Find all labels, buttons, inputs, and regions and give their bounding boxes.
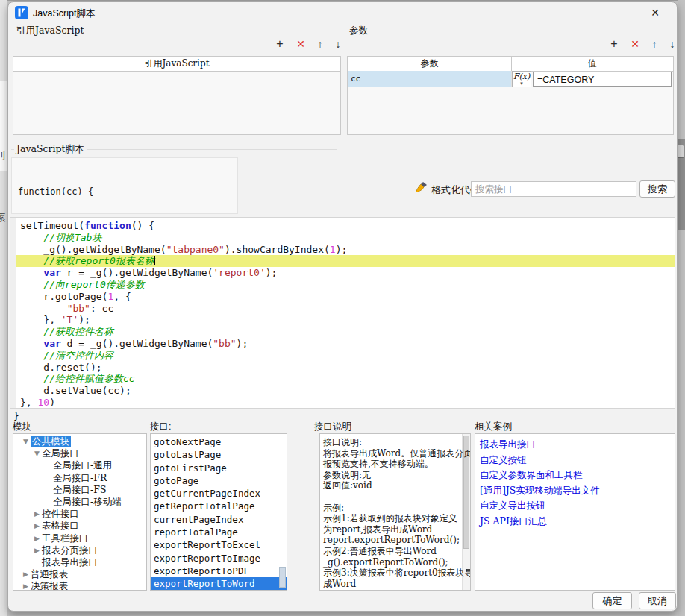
doc-line	[323, 491, 471, 503]
params-delete-icon[interactable]: ✕	[626, 37, 644, 51]
case-link[interactable]: [通用]JS实现移动端导出文件	[480, 483, 675, 499]
params-table: 参数值 cc F(x) ▼ =CATEGORY	[347, 56, 674, 135]
tree-item[interactable]: ▶工具栏接口	[13, 532, 146, 544]
case-link[interactable]: 自定义参数界面和工具栏	[480, 468, 675, 483]
api-list-scrollbar-thumb[interactable]	[279, 567, 286, 588]
api-item[interactable]: gotoLastPage	[151, 448, 287, 461]
doc-line: 参数说明:无	[323, 470, 471, 481]
expander-closed-icon[interactable]: ▶	[32, 508, 42, 520]
tree-item[interactable]: 全局接口-移动端	[13, 496, 146, 508]
api-item[interactable]: reportTotalPage	[151, 526, 287, 538]
doc-line: 报预览支持,不支持移动端。	[323, 459, 471, 470]
format-brush-icon	[414, 180, 428, 195]
apis-label: 接口:	[150, 421, 171, 433]
expander-open-icon[interactable]: ▼	[21, 436, 31, 447]
api-item[interactable]: exportReportToPDF	[151, 565, 287, 577]
param-name-cell[interactable]: cc	[348, 71, 512, 87]
api-item[interactable]: gotoPage	[151, 474, 287, 487]
tree-item[interactable]: ▼全局接口	[13, 447, 146, 459]
doc-line: 接口说明:	[323, 437, 471, 448]
code-line: r.gotoPage(1, {	[16, 291, 675, 303]
function-signature-box: function(cc) {	[11, 157, 238, 214]
tree-item[interactable]: ▶表格接口	[13, 520, 146, 532]
tree-item-label: 全局接口-通用	[53, 459, 112, 471]
tree-item[interactable]: ▶决策报表	[13, 580, 146, 591]
doc-line: 示例1:若获取到的报表块对象定义	[323, 513, 471, 524]
api-item[interactable]: exportReportToImage	[151, 552, 287, 565]
ref-js-table-header: 引用JavaScript	[13, 57, 340, 72]
api-item[interactable]: exportReportToWord	[151, 577, 287, 590]
tree-item[interactable]: ▶控件接口	[13, 508, 146, 520]
code-line: //给控件赋值参数cc	[16, 373, 675, 385]
ref-js-move-up-icon[interactable]: ↑	[311, 37, 329, 51]
api-item[interactable]: gotoFirstPage	[151, 462, 287, 474]
params-move-up-icon[interactable]: ↑	[645, 37, 663, 51]
cancel-button[interactable]: 取消	[639, 592, 676, 609]
tree-item-label: 决策报表	[31, 580, 68, 591]
expander-open-icon[interactable]: ▼	[32, 447, 42, 459]
case-link[interactable]: 报表导出接口	[480, 437, 675, 453]
doc-line: 成Word	[323, 579, 471, 590]
title-bar: JavaScript脚本 ✕	[8, 2, 677, 23]
code-line: }, 'T');	[16, 314, 675, 326]
code-line: setTimeout(function() {	[16, 220, 675, 232]
ref-js-delete-icon[interactable]: ✕	[292, 37, 310, 51]
param-column-header: 参数	[348, 57, 512, 71]
tree-item[interactable]: 全局接口-通用	[13, 459, 146, 471]
params-move-down-icon[interactable]: ↓	[663, 37, 681, 51]
code-line: _g().getWidgetByName("tabpane0").showCar…	[16, 244, 675, 256]
api-item[interactable]: gotoNextPage	[151, 436, 287, 448]
background-text-fragment: 刂	[0, 149, 7, 163]
script-group-label: JavaScript脚本	[14, 143, 87, 156]
case-link[interactable]: JS API接口汇总	[480, 514, 675, 529]
ref-js-add-icon[interactable]: +	[271, 37, 289, 51]
ref-js-move-down-icon[interactable]: ↓	[329, 37, 347, 51]
expander-closed-icon[interactable]: ▶	[21, 580, 31, 591]
api-item[interactable]: getCurrentPageIndex	[151, 487, 287, 500]
tree-item[interactable]: ▶报表分页接口	[13, 544, 146, 556]
text-caret	[154, 256, 156, 265]
search-button[interactable]: 搜索	[639, 180, 675, 198]
param-value-input[interactable]: =CATEGORY	[533, 72, 672, 87]
case-link[interactable]: 自定义按钮	[480, 453, 675, 468]
tree-item[interactable]: 全局接口-FR	[13, 472, 146, 484]
fx-icon: F(x)	[513, 72, 531, 81]
close-icon[interactable]: ✕	[642, 4, 668, 22]
ok-button[interactable]: 确定	[592, 592, 632, 609]
expander-closed-icon[interactable]: ▶	[21, 568, 31, 580]
expander-closed-icon[interactable]: ▶	[32, 520, 42, 532]
doc-line: 示例2:普通报表中导出Word	[323, 546, 471, 557]
doc-line: report.exportReportToWord();	[323, 535, 471, 546]
code-editor[interactable]: setTimeout(function() { //切换Tab块 _g().ge…	[10, 217, 675, 409]
params-group-label: 参数	[347, 25, 370, 37]
tree-item[interactable]: ▶普通报表	[13, 568, 146, 580]
expander-closed-icon[interactable]: ▶	[32, 532, 42, 544]
tree-item-label: 全局接口	[42, 447, 79, 459]
search-api-input[interactable]: 搜索接口	[471, 181, 636, 197]
code-line: d.reset();	[16, 362, 675, 374]
param-row[interactable]: cc F(x) ▼ =CATEGORY	[348, 72, 673, 88]
modules-label: 模块	[13, 421, 31, 433]
tree-item-label: 报表分页接口	[42, 544, 98, 556]
api-doc-text: 接口说明:将报表导出成Word。仅普通报表分页、填报预览支持,不支持移动端。参数…	[323, 437, 471, 589]
doc-line: 为report,报表导出成Word	[323, 524, 471, 535]
api-list: gotoNextPagegotoLastPagegotoFirstPagegot…	[150, 433, 287, 591]
api-item[interactable]: currentPageIndex	[151, 513, 287, 526]
tree-item-label: 工具栏接口	[42, 532, 89, 544]
background-text-fragment: 素	[0, 211, 7, 224]
case-link[interactable]: 自定义导出按钮	[480, 498, 675, 514]
fx-caret-icon: ▼	[513, 81, 531, 86]
doc-line: 示例3:决策报表中将report0报表块导出	[323, 568, 471, 579]
window-title: JavaScript脚本	[33, 7, 95, 20]
tree-item[interactable]: ▼公共模块	[13, 436, 146, 447]
expander-closed-icon[interactable]: ▶	[32, 544, 42, 556]
api-item[interactable]: getReportTotalPage	[151, 500, 287, 512]
code-line: }, 10)	[16, 397, 675, 409]
tree-item[interactable]: 全局接口-FS	[13, 484, 146, 496]
api-doc-label: 接口说明	[314, 421, 351, 433]
params-add-icon[interactable]: +	[605, 37, 623, 51]
formula-fx-button[interactable]: F(x) ▼	[512, 71, 531, 87]
tree-item[interactable]: 报表导出接口	[13, 556, 146, 568]
code-line: //获取控件名称	[16, 326, 675, 338]
api-item[interactable]: exportReportToExcel	[151, 538, 287, 551]
